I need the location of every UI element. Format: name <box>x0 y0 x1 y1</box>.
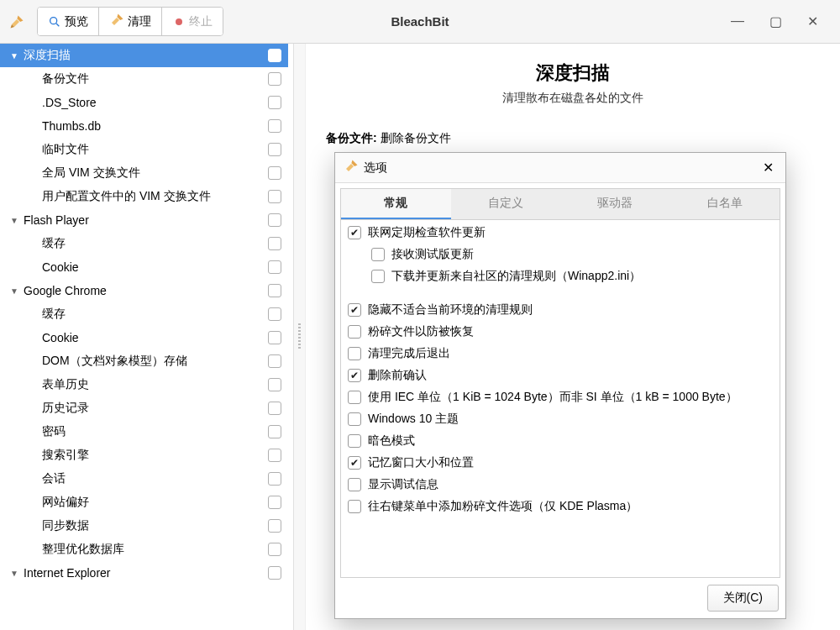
tab-2[interactable]: 驱动器 <box>560 189 670 219</box>
tree-checkbox[interactable] <box>268 166 281 180</box>
expander-icon[interactable]: ▼ <box>10 51 22 60</box>
tree-item[interactable]: Thumbs.db <box>0 114 288 138</box>
option-row[interactable]: 删除前确认 <box>341 365 780 386</box>
tree-item[interactable]: 全局 VIM 交换文件 <box>0 161 288 185</box>
option-row[interactable]: Windows 10 主题 <box>341 408 780 430</box>
tree-item[interactable]: 会话 <box>0 467 288 491</box>
tree-checkbox[interactable] <box>268 49 281 62</box>
option-row[interactable]: 暗色模式 <box>341 430 780 452</box>
option-label: 隐藏不适合当前环境的清理规则 <box>368 302 533 318</box>
tree-category[interactable]: ▼Google Chrome <box>0 279 288 302</box>
tree-item[interactable]: Cookie <box>0 255 288 279</box>
tree-category[interactable]: ▼Flash Player <box>0 208 288 232</box>
dialog-tabs: 常规自定义驱动器白名单 <box>340 188 780 219</box>
tree-item[interactable]: 备份文件 <box>0 67 288 91</box>
option-checkbox[interactable] <box>348 226 361 239</box>
tree-item[interactable]: .DS_Store <box>0 91 288 114</box>
tree-item[interactable]: 密码 <box>0 420 288 444</box>
tab-1[interactable]: 自定义 <box>451 189 561 219</box>
option-gap <box>341 287 780 299</box>
option-checkbox[interactable] <box>348 391 361 404</box>
tree-checkbox[interactable] <box>268 449 281 462</box>
tree-item[interactable]: Cookie <box>0 326 288 349</box>
option-row[interactable]: 显示调试信息 <box>341 474 780 496</box>
option-label: 记忆窗口大小和位置 <box>368 455 474 470</box>
stop-button: 终止 <box>162 8 223 35</box>
option-row[interactable]: 隐藏不适合当前环境的清理规则 <box>341 299 780 321</box>
tree-item[interactable]: 用户配置文件中的 VIM 交换文件 <box>0 185 288 208</box>
tree-category[interactable]: ▼Internet Explorer <box>0 561 288 585</box>
tree-checkbox[interactable] <box>268 402 281 415</box>
tree-checkbox[interactable] <box>268 566 281 580</box>
tree-item[interactable]: 表单历史 <box>0 373 288 396</box>
tree-checkbox[interactable] <box>268 354 281 368</box>
dialog-close-button[interactable]: ✕ <box>759 160 777 176</box>
option-row[interactable]: 下载并更新来自社区的清理规则（Winapp2.ini） <box>341 265 780 287</box>
sidebar[interactable]: ▼深度扫描备份文件.DS_StoreThumbs.db临时文件全局 VIM 交换… <box>0 44 294 630</box>
tree-checkbox[interactable] <box>268 378 281 391</box>
dialog-close-action-button[interactable]: 关闭(C) <box>707 585 779 612</box>
option-row[interactable]: 接收测试版更新 <box>341 244 780 265</box>
tree-checkbox[interactable] <box>268 425 281 438</box>
option-row[interactable]: 联网定期检查软件更新 <box>341 222 780 244</box>
dialog-titlebar[interactable]: 选项 ✕ <box>335 153 785 183</box>
option-checkbox[interactable] <box>348 500 361 513</box>
option-checkbox[interactable] <box>348 347 361 360</box>
tree-checkbox[interactable] <box>268 119 281 133</box>
tree-checkbox[interactable] <box>268 190 281 203</box>
tree-item[interactable]: 整理优化数据库 <box>0 538 288 561</box>
expander-icon[interactable]: ▼ <box>10 216 22 225</box>
option-row[interactable]: 使用 IEC 单位（1 KiB = 1024 Byte）而非 SI 单位（1 k… <box>341 386 780 408</box>
tree-item[interactable]: 网站偏好 <box>0 491 288 514</box>
tree-checkbox[interactable] <box>268 543 281 556</box>
option-checkbox[interactable] <box>348 456 361 470</box>
option-checkbox[interactable] <box>371 248 385 261</box>
tree-item[interactable]: DOM（文档对象模型）存储 <box>0 349 288 373</box>
tree-checkbox[interactable] <box>268 72 281 86</box>
tree-item[interactable]: 历史记录 <box>0 396 288 420</box>
option-checkbox[interactable] <box>371 270 385 283</box>
option-checkbox[interactable] <box>348 303 361 317</box>
tree-checkbox[interactable] <box>268 472 281 486</box>
tree-checkbox[interactable] <box>268 213 281 227</box>
tree-item[interactable]: 缓存 <box>0 302 288 326</box>
dialog-footer: 关闭(C) <box>335 578 785 618</box>
close-button[interactable]: ✕ <box>807 13 818 29</box>
option-row[interactable]: 清理完成后退出 <box>341 343 780 365</box>
tree-checkbox[interactable] <box>268 143 281 156</box>
expander-icon[interactable]: ▼ <box>10 569 22 578</box>
option-checkbox[interactable] <box>348 325 361 339</box>
maximize-button[interactable]: ▢ <box>769 13 782 29</box>
option-checkbox[interactable] <box>348 434 361 448</box>
tree-category[interactable]: ▼深度扫描 <box>0 44 288 67</box>
tree-checkbox[interactable] <box>268 96 281 109</box>
splitter-handle[interactable] <box>294 44 306 630</box>
tree-checkbox[interactable] <box>268 260 281 274</box>
option-label: 往右键菜单中添加粉碎文件选项（仅 KDE Plasma） <box>368 499 638 514</box>
tree-item[interactable]: 搜索引擎 <box>0 444 288 467</box>
option-row[interactable]: 记忆窗口大小和位置 <box>341 452 780 474</box>
option-checkbox[interactable] <box>348 412 361 426</box>
tree-checkbox[interactable] <box>268 519 281 533</box>
option-row[interactable]: 往右键菜单中添加粉碎文件选项（仅 KDE Plasma） <box>341 496 780 517</box>
tree-item-label: 整理优化数据库 <box>22 542 268 557</box>
tree-checkbox[interactable] <box>268 331 281 344</box>
tree-checkbox[interactable] <box>268 237 281 250</box>
tab-3[interactable]: 白名单 <box>670 189 780 219</box>
option-checkbox[interactable] <box>348 478 361 491</box>
preview-button[interactable]: 预览 <box>38 8 99 35</box>
option-row[interactable]: 粉碎文件以防被恢复 <box>341 321 780 343</box>
tree-checkbox[interactable] <box>268 307 281 321</box>
expander-icon[interactable]: ▼ <box>10 286 22 296</box>
option-checkbox[interactable] <box>348 369 361 382</box>
tree-checkbox[interactable] <box>268 496 281 509</box>
tree-item[interactable]: 缓存 <box>0 232 288 255</box>
tree-item[interactable]: 临时文件 <box>0 138 288 161</box>
option-label: 下载并更新来自社区的清理规则（Winapp2.ini） <box>391 269 641 284</box>
clean-button[interactable]: 清理 <box>99 8 162 35</box>
tab-0[interactable]: 常规 <box>341 189 451 219</box>
minimize-button[interactable]: — <box>731 13 744 29</box>
tree-checkbox[interactable] <box>268 284 281 297</box>
option-label: 清理完成后退出 <box>368 346 450 361</box>
tree-item[interactable]: 同步数据 <box>0 514 288 538</box>
